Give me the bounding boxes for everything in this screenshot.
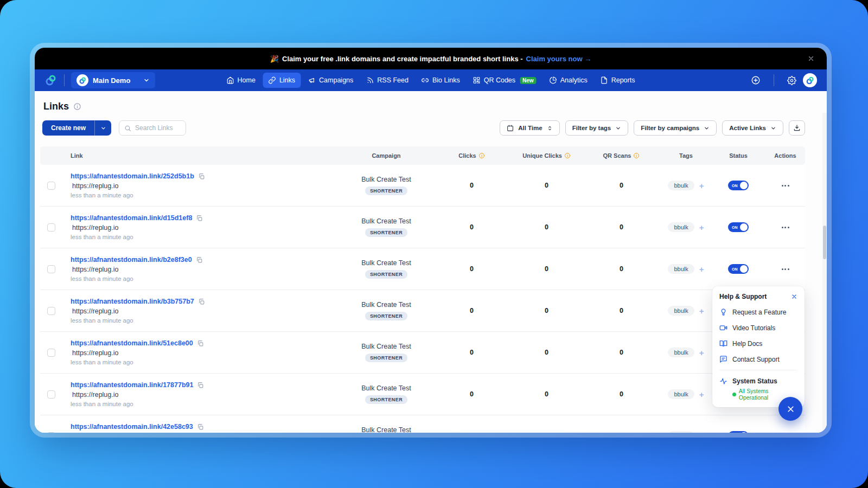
help-item-video-tutorials[interactable]: Video Tutorials (719, 324, 797, 332)
nav-item-campaigns[interactable]: Campaigns (303, 73, 359, 88)
nav-actions (751, 73, 817, 87)
tag-pill[interactable]: bbulk (668, 389, 694, 399)
tag-pill[interactable]: bbulk (668, 431, 694, 433)
help-widget-fab[interactable] (778, 397, 802, 421)
copy-icon[interactable] (196, 256, 203, 264)
add-tag-button[interactable]: + (699, 432, 704, 433)
tag-pill[interactable]: bbulk (668, 181, 694, 190)
link-status-filter-button[interactable]: Active Links (722, 120, 783, 136)
filter-by-campaigns-button[interactable]: Filter by campaigns (634, 120, 717, 136)
table-row: https://afnantestdomain.link/b2e8f3e0 ht… (40, 248, 805, 290)
status-toggle[interactable]: ON (728, 264, 749, 274)
table-row: https://afnantestdomain.link/b3b757b7 ht… (40, 290, 805, 332)
workspace-selector[interactable]: Main Demo (71, 72, 155, 88)
popup-divider (719, 370, 797, 370)
short-link[interactable]: https://afnantestdomain.link/51ec8e00 (71, 339, 340, 347)
unique-clicks-value: 0 (511, 307, 582, 314)
status-toggle[interactable]: ON (728, 181, 749, 190)
copy-icon[interactable] (197, 423, 204, 431)
unique-clicks-value: 0 (511, 349, 582, 356)
short-link[interactable]: https://afnantestdomain.link/b3b757b7 (71, 298, 340, 305)
nav-item-bio-links[interactable]: Bio Links (416, 73, 465, 88)
help-item-contact-support[interactable]: Contact Support (719, 355, 797, 363)
nav-item-rss-feed[interactable]: RSS Feed (361, 73, 414, 88)
promo-claim-link[interactable]: Claim yours now → (526, 55, 592, 63)
short-link[interactable]: https://afnantestdomain.link/d15d1ef8 (71, 214, 340, 222)
filter-by-tags-button[interactable]: Filter by tags (565, 120, 629, 136)
row-checkbox[interactable] (47, 390, 55, 399)
info-icon[interactable] (73, 102, 81, 111)
user-avatar[interactable] (803, 73, 817, 87)
nav-label: Analytics (560, 76, 588, 84)
scrollbar-thumb[interactable] (823, 226, 826, 259)
row-actions-menu[interactable] (765, 268, 805, 270)
help-item-help-docs[interactable]: Help Docs (719, 339, 797, 348)
campaign-type-badge: SHORTENER (365, 312, 407, 320)
copy-icon[interactable] (198, 173, 205, 180)
short-link[interactable]: https://afnantestdomain.link/17877b91 (71, 381, 340, 389)
nav-label: Home (238, 76, 256, 84)
search-input[interactable] (135, 124, 181, 132)
banner-close-icon[interactable] (807, 55, 815, 62)
system-status-item[interactable]: System Status All Systems Operational (719, 376, 797, 401)
create-new-button[interactable]: Create new (42, 120, 95, 136)
nav-item-reports[interactable]: Reports (595, 73, 641, 88)
copy-icon[interactable] (197, 340, 204, 347)
row-checkbox[interactable] (47, 223, 55, 232)
status-toggle[interactable]: ON (728, 431, 749, 433)
unique-clicks-info-icon[interactable] (564, 152, 571, 159)
copy-icon[interactable] (197, 382, 204, 389)
scrollbar-track[interactable] (822, 113, 827, 433)
add-circle-icon[interactable] (751, 75, 761, 85)
tag-pill[interactable]: bbulk (668, 348, 694, 357)
create-new-dropdown-button[interactable] (95, 120, 111, 136)
tag-pill[interactable]: bbulk (668, 306, 694, 316)
short-link[interactable]: https://afnantestdomain.link/b2e8f3e0 (71, 256, 340, 264)
row-checkbox[interactable] (47, 265, 55, 273)
gear-icon[interactable] (787, 76, 796, 85)
nav-item-analytics[interactable]: Analytics (544, 73, 593, 88)
nav-item-links[interactable]: Links (263, 73, 301, 88)
party-popper-icon: 🎉 (270, 55, 279, 63)
row-checkbox[interactable] (47, 349, 55, 357)
destination-url: https://replug.io (71, 307, 340, 315)
help-close-icon[interactable] (791, 293, 797, 300)
tag-pill[interactable]: bbulk (668, 222, 694, 232)
nav-item-home[interactable]: Home (221, 73, 261, 88)
export-button[interactable] (789, 120, 805, 136)
clicks-info-icon[interactable] (478, 152, 485, 159)
add-tag-button[interactable]: + (699, 182, 704, 190)
short-link[interactable]: https://afnantestdomain.link/42e58c93 (71, 423, 340, 431)
nav-label: Links (279, 76, 295, 84)
unique-clicks-value: 0 (511, 182, 582, 189)
row-checkbox[interactable] (47, 182, 55, 190)
created-time: less than a minute ago (71, 317, 340, 324)
unique-clicks-value: 0 (511, 265, 582, 273)
add-tag-button[interactable]: + (699, 390, 704, 399)
row-actions-menu[interactable] (765, 185, 805, 187)
qr-scans-value: 0 (582, 307, 661, 314)
add-tag-button[interactable]: + (699, 223, 704, 232)
copy-icon[interactable] (198, 298, 205, 305)
row-actions-menu[interactable] (765, 227, 805, 228)
tag-pill[interactable]: bbulk (668, 264, 694, 274)
campaign-type-badge: SHORTENER (365, 395, 407, 404)
qr-scans-info-icon[interactable] (633, 152, 640, 159)
row-checkbox[interactable] (47, 432, 55, 433)
toggle-knob (740, 182, 748, 189)
time-filter-button[interactable]: All Time (500, 120, 560, 136)
help-item-label: Help Docs (732, 340, 762, 348)
video-icon (719, 324, 727, 332)
created-time: less than a minute ago (71, 192, 340, 198)
status-toggle[interactable]: ON (728, 222, 749, 232)
row-checkbox[interactable] (47, 307, 55, 315)
copy-icon[interactable] (196, 215, 203, 222)
nav-item-qr-codes[interactable]: QR Codes New (468, 73, 542, 88)
add-tag-button[interactable]: + (699, 265, 704, 273)
add-tag-button[interactable]: + (699, 349, 704, 357)
table-row: https://afnantestdomain.link/252d5b1b ht… (40, 165, 805, 207)
add-tag-button[interactable]: + (699, 307, 704, 315)
help-item-request-feature[interactable]: Request a Feature (719, 308, 797, 316)
destination-url: https://replug.io (71, 349, 340, 357)
short-link[interactable]: https://afnantestdomain.link/252d5b1b (71, 172, 340, 180)
